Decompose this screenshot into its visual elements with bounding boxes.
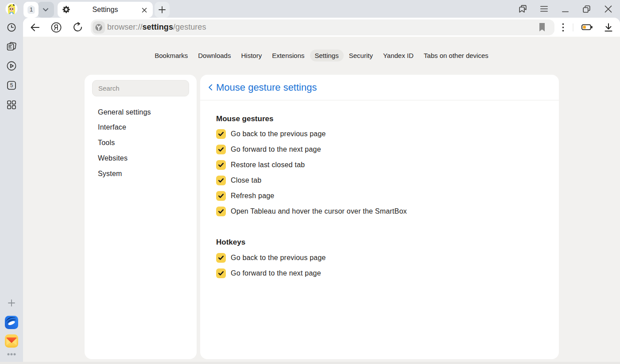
svg-text:1: 1 <box>30 6 33 13</box>
svg-text:5: 5 <box>10 82 13 88</box>
